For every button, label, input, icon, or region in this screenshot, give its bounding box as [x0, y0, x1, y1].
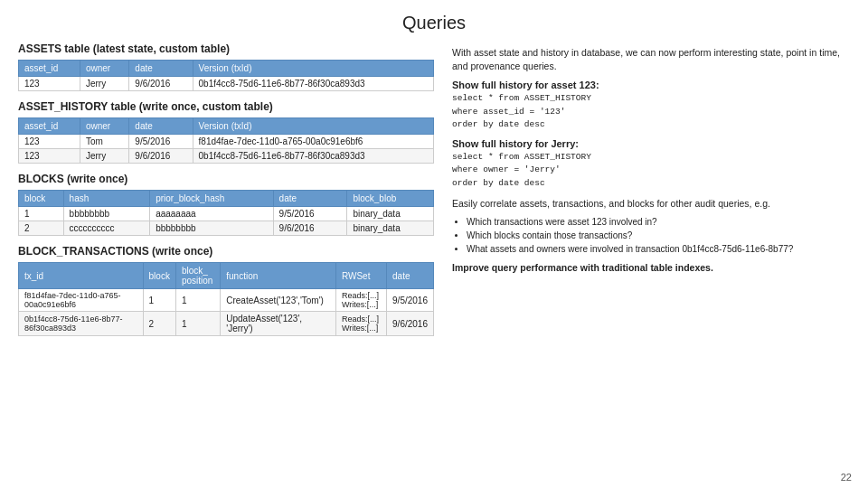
- blocks-section-title: BLOCKS (write once): [18, 173, 434, 185]
- correlate-text: Easily correlate assets, transactions, a…: [452, 197, 850, 211]
- cell-blob: binary_data: [347, 207, 434, 221]
- table-row: 0b1f4cc8-75d6-11e6-8b77-86f30ca893d3 2 1…: [19, 312, 434, 336]
- bt-col-txid: tx_id: [19, 263, 144, 289]
- cell-assetid: 123: [19, 135, 80, 149]
- bl-col-block: block: [19, 191, 64, 207]
- cell-func: CreateAsset('123','Tom'): [221, 289, 336, 312]
- history-123-heading: Show full history for asset 123:: [452, 80, 850, 90]
- asset-history-table: asset_id owner date Version (txId) 123 T…: [18, 117, 434, 164]
- cell-date: 9/5/2016: [129, 135, 193, 149]
- cell-assetid: 123: [19, 149, 80, 164]
- cell-owner: Jerry: [80, 149, 128, 164]
- cell-bpos: 1: [175, 312, 220, 336]
- cell-date: 9/6/2016: [129, 149, 193, 164]
- cell-func: UpdateAsset('123', 'Jerry'): [221, 312, 336, 336]
- cell-prior: bbbbbbbb: [150, 221, 273, 236]
- table-row: f81d4fae-7dec-11d0-a765-00a0c91e6bf6 1 1…: [19, 289, 434, 312]
- cell-rwset: Reads:[...]Writes:[...]: [335, 312, 386, 336]
- bt-col-rwset: RWSet: [335, 263, 386, 289]
- cell-version: f81d4fae-7dec-11d0-a765-00a0c91e6bf6: [193, 135, 433, 149]
- bt-col-block: block: [143, 263, 175, 289]
- cell-version: 0b1f4cc8-75d6-11e6-8b77-86f30ca893d3: [193, 77, 433, 91]
- table-row: 123 Jerry 9/6/2016 0b1f4cc8-75d6-11e6-8b…: [19, 77, 434, 91]
- cell-txid: f81d4fae-7dec-11d0-a765-00a0c91e6bf6: [19, 289, 144, 312]
- ah-col-version: Version (txId): [193, 118, 433, 135]
- ah-col-assetid: asset_id: [19, 118, 80, 135]
- assets-col-assetid: asset_id: [19, 61, 80, 77]
- correlate-bullets: Which transactions were asset 123 involv…: [467, 216, 850, 256]
- bl-col-blob: block_blob: [347, 191, 434, 207]
- improve-text: Improve query performance with tradition…: [452, 261, 850, 275]
- cell-block: 2: [19, 221, 64, 236]
- history-jerry-heading: Show full history for Jerry:: [452, 138, 850, 149]
- cell-date: 9/6/2016: [387, 312, 434, 336]
- cell-hash: bbbbbbbb: [63, 207, 150, 221]
- assets-table: asset_id owner date Version (txId) 123 J…: [18, 60, 434, 91]
- history-jerry-code: select * from ASSET_HISTORYwhere owner =…: [452, 151, 850, 190]
- right-column: With asset state and history in database…: [452, 42, 850, 342]
- bt-col-bpos: block_position: [175, 263, 220, 289]
- bt-col-func: function: [221, 263, 336, 289]
- cell-date: 9/6/2016: [273, 221, 347, 236]
- ah-col-owner: owner: [80, 118, 128, 135]
- table-row: 123 Tom 9/5/2016 f81d4fae-7dec-11d0-a765…: [19, 135, 434, 149]
- cell-block: 1: [143, 289, 175, 312]
- cell-assetid: 123: [19, 77, 80, 91]
- cell-version: 0b1f4cc8-75d6-11e6-8b77-86f30ca893d3: [193, 149, 433, 164]
- page-title: Queries: [0, 0, 868, 42]
- cell-owner: Tom: [80, 135, 128, 149]
- cell-blob: binary_data: [347, 221, 434, 236]
- intro-text: With asset state and history in database…: [452, 46, 850, 72]
- table-row: 1 bbbbbbbb aaaaaaaa 9/5/2016 binary_data: [19, 207, 434, 221]
- asset-history-section-title: ASSET_HISTORY table (write once, custom …: [18, 100, 434, 113]
- bl-col-date: date: [273, 191, 347, 207]
- bullet-item: What assets and owners were involved in …: [467, 243, 850, 256]
- history-123-code: select * from ASSET_HISTORYwhere asset_i…: [452, 92, 850, 131]
- cell-owner: Jerry: [80, 77, 128, 91]
- bl-col-hash: hash: [63, 191, 150, 207]
- bt-col-date: date: [387, 263, 434, 289]
- bullet-item: Which transactions were asset 123 involv…: [467, 216, 850, 229]
- assets-section-title: ASSETS table (latest state, custom table…: [18, 42, 434, 55]
- cell-txid: 0b1f4cc8-75d6-11e6-8b77-86f30ca893d3: [19, 312, 144, 336]
- table-row: 123 Jerry 9/6/2016 0b1f4cc8-75d6-11e6-8b…: [19, 149, 434, 164]
- assets-col-owner: owner: [80, 61, 128, 77]
- cell-date: 9/6/2016: [129, 77, 193, 91]
- cell-block: 2: [143, 312, 175, 336]
- bl-col-prior: prior_block_hash: [150, 191, 273, 207]
- cell-rwset: Reads:[...]Writes:[...]: [335, 289, 386, 312]
- cell-bpos: 1: [175, 289, 220, 312]
- cell-hash: cccccccccc: [63, 221, 150, 236]
- cell-prior: aaaaaaaa: [150, 207, 273, 221]
- table-row: 2 cccccccccc bbbbbbbb 9/6/2016 binary_da…: [19, 221, 434, 236]
- blocks-table: block hash prior_block_hash date block_b…: [18, 190, 434, 236]
- cell-block: 1: [19, 207, 64, 221]
- page-number: 22: [841, 472, 852, 483]
- assets-col-version: Version (txId): [193, 61, 433, 77]
- assets-col-date: date: [129, 61, 193, 77]
- bullet-item: Which blocks contain those transactions?: [467, 230, 850, 242]
- ah-col-date: date: [129, 118, 193, 135]
- block-transactions-table: tx_id block block_position function RWSe…: [18, 262, 434, 336]
- left-column: ASSETS table (latest state, custom table…: [18, 42, 434, 342]
- bt-section-title: BLOCK_TRANSACTIONS (write once): [18, 245, 434, 258]
- cell-date: 9/5/2016: [387, 289, 434, 312]
- cell-date: 9/5/2016: [273, 207, 347, 221]
